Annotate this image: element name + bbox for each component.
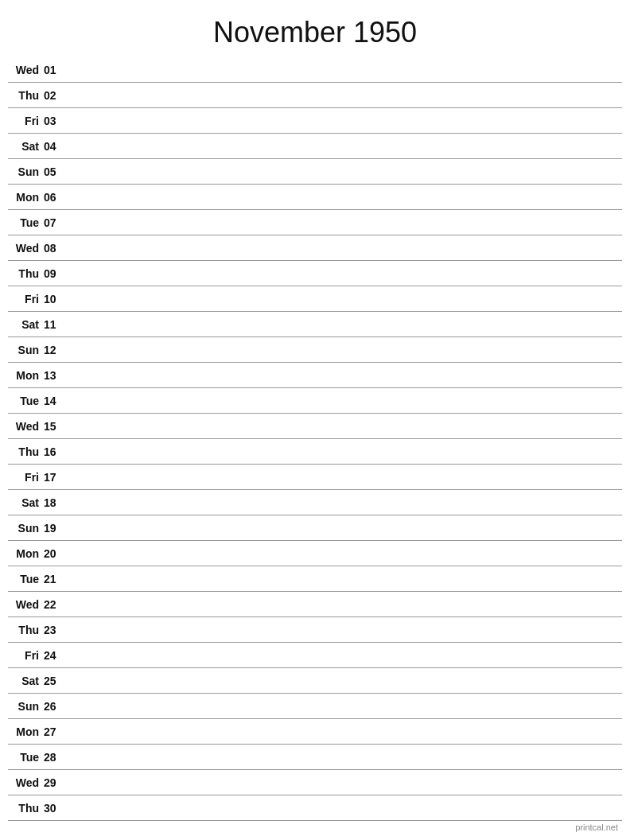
day-line [68,553,622,554]
day-number: 25 [44,675,68,687]
day-row: Tue14 [8,388,622,414]
day-label: Mon [8,191,44,204]
day-number: 27 [44,725,68,738]
day-row: Sat18 [8,490,622,515]
day-number: 19 [44,522,68,535]
day-number: 30 [44,802,68,815]
day-row: Wed29 [8,770,622,795]
day-label: Tue [8,216,44,229]
day-line [68,502,622,503]
day-row: Mon20 [8,541,622,566]
day-number: 11 [44,318,68,331]
day-row: Sat11 [8,312,622,337]
day-label: Wed [8,242,44,255]
day-line [68,807,622,808]
day-label: Thu [8,802,44,815]
day-line [68,604,622,605]
day-line [68,324,622,325]
day-label: Fri [8,293,44,305]
day-number: 13 [44,369,68,382]
day-label: Thu [8,445,44,458]
day-label: Wed [8,64,44,76]
day-number: 18 [44,496,68,509]
day-line [68,196,622,197]
day-number: 28 [44,751,68,764]
day-label: Sun [8,522,44,535]
day-row: Thu23 [8,617,622,643]
day-line [68,298,622,299]
day-line [68,655,622,655]
day-row: Wed01 [8,57,622,83]
day-label: Wed [8,598,44,611]
day-number: 06 [44,191,68,204]
footer-text: printcal.net [575,822,618,832]
day-label: Tue [8,395,44,407]
day-label: Thu [8,624,44,636]
day-line [68,451,622,452]
day-number: 22 [44,598,68,611]
day-row: Thu02 [8,83,622,108]
day-label: Mon [8,547,44,560]
day-row: Mon06 [8,185,622,210]
day-row: Wed15 [8,414,622,439]
day-line [68,171,622,172]
day-label: Tue [8,751,44,764]
day-number: 20 [44,547,68,560]
day-number: 17 [44,471,68,484]
day-row: Wed08 [8,235,622,261]
calendar-container: Wed01Thu02Fri03Sat04Sun05Mon06Tue07Wed08… [0,57,630,821]
day-row: Sun05 [8,159,622,185]
day-row: Sat25 [8,668,622,694]
day-line [68,375,622,375]
day-row: Thu30 [8,795,622,821]
day-line [68,69,622,70]
day-row: Sun26 [8,694,622,719]
day-number: 16 [44,445,68,458]
day-line [68,578,622,579]
day-line [68,273,622,274]
day-row: Thu16 [8,439,622,465]
day-number: 23 [44,624,68,636]
day-number: 24 [44,649,68,662]
day-number: 07 [44,216,68,229]
day-line [68,120,622,121]
day-row: Tue07 [8,210,622,235]
day-line [68,426,622,426]
day-label: Tue [8,573,44,585]
day-line [68,400,622,401]
day-number: 04 [44,140,68,153]
day-number: 14 [44,395,68,407]
day-row: Sat04 [8,134,622,159]
day-line [68,95,622,95]
day-row: Wed22 [8,592,622,617]
day-number: 01 [44,64,68,76]
day-row: Thu09 [8,261,622,286]
day-number: 03 [44,115,68,127]
day-line [68,476,622,477]
day-label: Mon [8,725,44,738]
day-number: 12 [44,344,68,356]
day-line [68,629,622,630]
day-number: 29 [44,776,68,789]
day-label: Sun [8,700,44,713]
day-number: 21 [44,573,68,585]
day-number: 15 [44,420,68,433]
day-row: Tue21 [8,566,622,592]
page-title: November 1950 [0,0,630,57]
day-number: 05 [44,165,68,178]
day-line [68,146,622,146]
day-label: Mon [8,369,44,382]
day-row: Sun19 [8,515,622,541]
day-label: Sun [8,165,44,178]
day-line [68,680,622,681]
day-row: Fri10 [8,286,622,312]
day-label: Sat [8,140,44,153]
day-label: Sat [8,496,44,509]
day-row: Mon13 [8,363,622,388]
day-line [68,527,622,528]
day-label: Fri [8,471,44,484]
day-number: 09 [44,267,68,280]
day-row: Fri03 [8,108,622,134]
day-label: Wed [8,420,44,433]
day-line [68,782,622,783]
